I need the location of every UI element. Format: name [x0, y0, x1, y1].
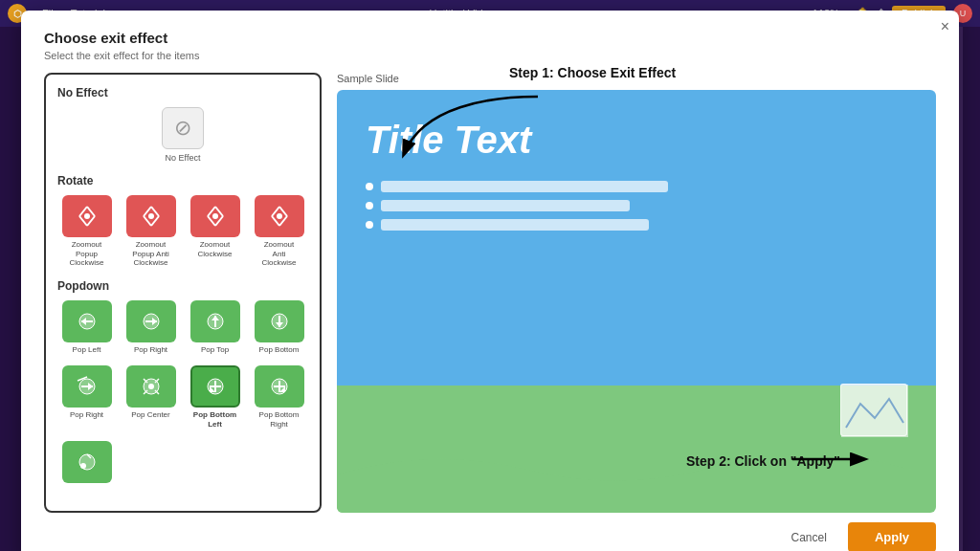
slide-bullet-3	[366, 219, 907, 231]
svg-point-9	[148, 213, 154, 219]
popdown-effect-grid-row3	[57, 441, 308, 486]
cancel-button[interactable]: Cancel	[778, 525, 840, 550]
modal-title: Choose exit effect	[44, 30, 936, 46]
list-item: Pop Top	[186, 300, 244, 355]
effects-panel: No Effect ⊘ No Effect Rotate	[44, 73, 322, 513]
pop-center-icon[interactable]	[126, 365, 176, 408]
effect-label: Pop Right	[70, 410, 103, 420]
svg-rect-53	[841, 385, 908, 437]
slide-bullet-1	[366, 181, 907, 192]
step1-arrow	[394, 87, 547, 164]
list-item: Pop Right	[122, 300, 180, 355]
effect-label: ZoomoutPopup AntiClockwise	[132, 240, 169, 268]
apply-button[interactable]: Apply	[848, 522, 936, 551]
step1-annotation: Step 1: Choose Exit Effect	[509, 65, 676, 80]
zoomout-clockwise-icon[interactable]	[190, 195, 240, 237]
modal-subtitle: Select the exit effect for the items	[44, 50, 936, 61]
svg-point-37	[148, 384, 154, 389]
pop-left-icon[interactable]	[62, 300, 112, 342]
list-item: Pop BottomRight	[250, 365, 308, 429]
effect-label: Pop BottomLeft	[193, 410, 236, 429]
effect-label: Pop Right	[134, 345, 167, 355]
effect-label: Pop Top	[201, 345, 229, 355]
bullet-dot	[366, 202, 373, 209]
list-item: ZoomoutAntiClockwise	[250, 195, 308, 268]
list-item: Pop Bottom	[250, 300, 308, 355]
pop-top-icon[interactable]	[190, 300, 240, 342]
list-item: ZoomoutClockwise	[186, 195, 244, 268]
list-item: Pop Left	[57, 300, 116, 355]
modal-footer: Cancel Apply	[44, 522, 936, 551]
popdown-section-title: Popdown	[57, 279, 308, 293]
bullet-line	[381, 181, 668, 192]
popdown-effect-grid-row2: Pop Right	[57, 365, 308, 429]
bullet-line	[381, 219, 649, 231]
list-item	[57, 441, 116, 486]
zoomout-popup-clockwise-icon[interactable]	[62, 195, 112, 237]
pop-right-2-icon[interactable]	[62, 365, 112, 408]
bullet-line	[381, 200, 630, 211]
slide-bullets	[366, 181, 907, 231]
svg-point-4	[84, 213, 90, 219]
effect-label: Pop Center	[131, 410, 169, 420]
zoomout-anti-clockwise-icon[interactable]	[255, 195, 304, 237]
rotate-section-title: Rotate	[57, 174, 308, 187]
effect-label: ZoomoutPopupClockwise	[69, 240, 103, 268]
effect-label: Pop Left	[73, 345, 101, 355]
close-button[interactable]: ×	[941, 18, 949, 35]
pop-bottom-right-icon[interactable]	[255, 365, 304, 408]
list-item: Pop Right	[57, 365, 116, 429]
svg-point-51	[80, 463, 86, 469]
effect-label: ZoomoutClockwise	[197, 240, 232, 258]
list-item: ZoomoutPopupClockwise	[57, 195, 116, 268]
list-item: Pop BottomLeft	[186, 365, 244, 429]
modal-dialog: × Choose exit effect Select the exit eff…	[21, 11, 959, 551]
effect-label: Pop Bottom	[259, 345, 300, 355]
step2-arrow	[783, 440, 879, 478]
pop-bottom-left-icon[interactable]	[190, 365, 240, 408]
no-effect-label: No Effect	[166, 153, 201, 163]
no-effect-section-title: No Effect	[57, 86, 308, 99]
no-effect-item: ⊘ No Effect	[57, 107, 308, 163]
list-item: Pop Center	[122, 365, 180, 429]
svg-point-19	[277, 213, 282, 219]
effect-label: ZoomoutAntiClockwise	[261, 240, 296, 268]
pop-extra-icon[interactable]	[62, 441, 112, 483]
svg-point-14	[212, 213, 218, 219]
pop-right-icon[interactable]	[126, 300, 176, 342]
slide-image-placeholder	[840, 384, 907, 436]
list-item: ZoomoutPopup AntiClockwise	[122, 195, 180, 268]
pop-bottom-icon[interactable]	[255, 300, 304, 342]
zoomout-popup-anti-clockwise-icon[interactable]	[126, 195, 176, 237]
slide-bullet-2	[366, 200, 907, 211]
main-area: × Choose exit effect Select the exit eff…	[0, 27, 980, 551]
modal-overlay: × Choose exit effect Select the exit eff…	[0, 27, 980, 551]
rotate-effect-grid: ZoomoutPopupClockwise	[57, 195, 308, 268]
no-effect-icon[interactable]: ⊘	[162, 107, 204, 149]
popdown-effect-grid-row1: Pop Left Pop Right	[57, 300, 308, 355]
effect-label: Pop BottomRight	[259, 410, 300, 429]
bullet-dot	[366, 221, 373, 229]
bullet-dot	[366, 183, 373, 190]
modal-body: No Effect ⊘ No Effect Rotate	[44, 73, 936, 513]
right-panel: Step 1: Choose Exit Effect Sample Slide …	[337, 73, 936, 513]
